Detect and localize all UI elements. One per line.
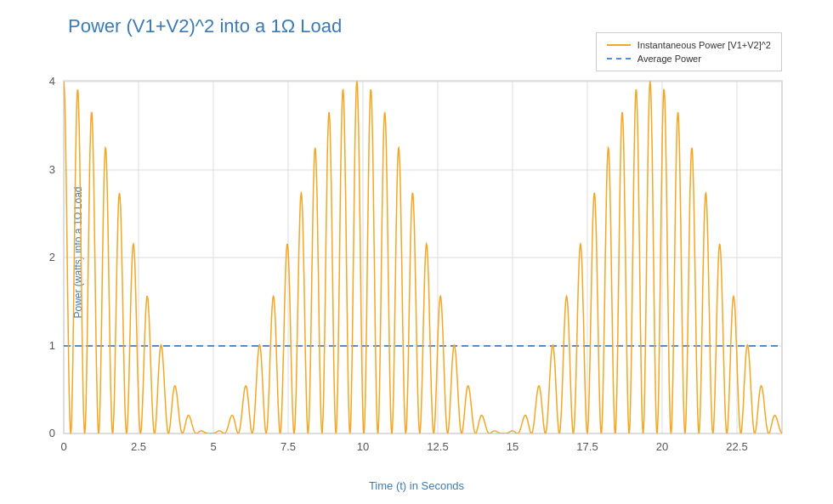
svg-text:3: 3	[49, 163, 55, 176]
svg-text:0: 0	[49, 427, 55, 439]
svg-text:15: 15	[507, 440, 518, 453]
svg-text:0: 0	[60, 440, 66, 453]
chart-svg: 0 1 2 3 4 0 2.5 5 7.5 10 12.5 15 17.5 20…	[0, 0, 833, 504]
svg-text:2: 2	[49, 251, 55, 263]
svg-text:12.5: 12.5	[427, 440, 448, 453]
svg-text:20: 20	[656, 440, 668, 453]
svg-text:7.5: 7.5	[280, 440, 296, 453]
svg-text:22.5: 22.5	[726, 440, 747, 453]
svg-text:2.5: 2.5	[131, 440, 146, 453]
svg-text:1: 1	[49, 339, 55, 352]
svg-text:10: 10	[357, 440, 369, 453]
svg-text:4: 4	[49, 75, 55, 88]
svg-text:17.5: 17.5	[576, 440, 598, 453]
chart-container: Power (V1+V2)^2 into a 1Ω Load Instantan…	[0, 0, 833, 504]
svg-text:5: 5	[210, 440, 216, 453]
